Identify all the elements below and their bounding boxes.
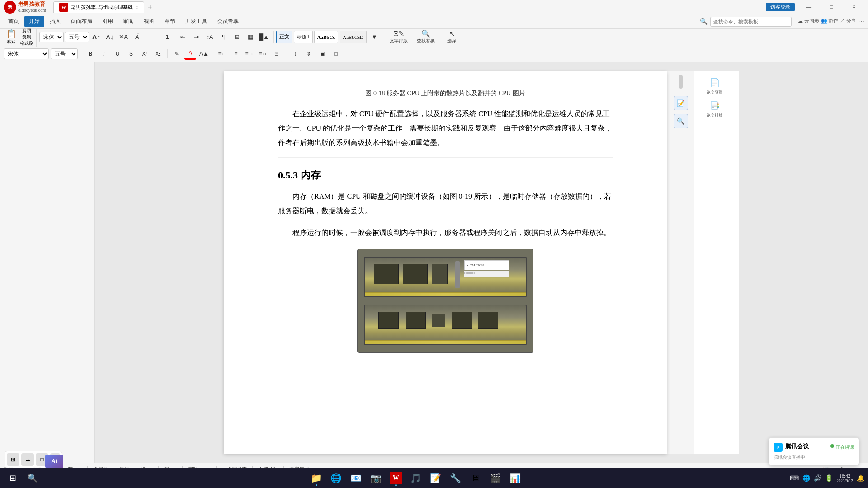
paragraph-spacing-button[interactable]: ⇕ bbox=[303, 48, 315, 60]
border-button[interactable]: ▦ bbox=[244, 31, 257, 43]
cut-button[interactable]: 剪切 bbox=[22, 28, 31, 34]
sync-icon[interactable]: ☁ 云同步 bbox=[798, 18, 819, 25]
menu-developer[interactable]: 开发工具 bbox=[181, 16, 212, 27]
tray-battery[interactable]: 🔋 bbox=[825, 474, 833, 482]
panel-icon-2[interactable]: 🔍 bbox=[674, 114, 688, 128]
menu-reference[interactable]: 引用 bbox=[98, 16, 118, 27]
taskbar-app-10[interactable]: 📊 bbox=[506, 469, 524, 487]
line-spacing-button[interactable]: ↕ bbox=[289, 48, 301, 60]
menu-page-layout[interactable]: 页面布局 bbox=[66, 16, 97, 27]
subscript-button[interactable]: X₂ bbox=[152, 48, 164, 60]
italic-button[interactable]: I bbox=[98, 48, 110, 60]
minimize-button[interactable]: — bbox=[798, 1, 819, 14]
share-icon[interactable]: ↗ 分享 bbox=[840, 18, 856, 25]
ai-badge[interactable]: Ai bbox=[45, 455, 63, 468]
show-hide-button[interactable]: ¶ bbox=[217, 31, 230, 43]
multicol-button[interactable]: ⊞ bbox=[231, 31, 243, 43]
close-button[interactable]: × bbox=[844, 1, 864, 14]
menu-insert[interactable]: 插入 bbox=[45, 16, 65, 27]
taskbar-app-8[interactable]: 🖥 bbox=[467, 469, 485, 487]
taskbar-app-9[interactable]: 🎬 bbox=[486, 469, 505, 487]
document-container[interactable]: 图 0-18 服务器 CPU 上附带的散热片以及翻井的 CPU 图片 在企业级运… bbox=[95, 62, 868, 463]
taskbar-app-wps[interactable]: W bbox=[387, 469, 405, 487]
visitor-login-button[interactable]: 访客登录 bbox=[766, 3, 795, 11]
indent-increase-button[interactable]: ⇥ bbox=[190, 31, 203, 43]
menu-section[interactable]: 章节 bbox=[160, 16, 180, 27]
format-painter-button[interactable]: 格式刷 bbox=[20, 40, 33, 47]
float-btn-1[interactable]: ⊞ bbox=[7, 453, 19, 466]
maximize-button[interactable]: □ bbox=[821, 1, 842, 14]
float-btn-2[interactable]: ☁ bbox=[21, 453, 34, 466]
font-decrease-button[interactable]: A↓ bbox=[104, 31, 116, 43]
start-button[interactable]: ⊞ bbox=[4, 469, 22, 487]
style-heading3[interactable]: AaBbCcD bbox=[340, 31, 367, 43]
highlight-button[interactable]: ✎ bbox=[171, 48, 183, 60]
justify-button[interactable]: ≡↔ bbox=[257, 48, 269, 60]
bullets-button[interactable]: ≡ bbox=[149, 31, 162, 43]
more-styles-button[interactable]: ▼ bbox=[368, 31, 381, 43]
shading-button[interactable]: █▲ bbox=[258, 31, 270, 43]
sort-button[interactable]: ↕A bbox=[203, 31, 216, 43]
font-family-select-2[interactable]: 宋体 bbox=[4, 48, 49, 59]
fill-button[interactable]: ▣ bbox=[316, 48, 328, 60]
align-left-button[interactable]: ≡← bbox=[217, 48, 228, 60]
menu-home[interactable]: 首页 bbox=[4, 16, 24, 27]
taskbar-app-1[interactable]: 📁 bbox=[307, 469, 326, 487]
style-normal[interactable]: 正文 bbox=[276, 31, 292, 43]
font-style-button[interactable]: A̋ bbox=[131, 31, 143, 43]
font-size-select-2[interactable]: 五号 bbox=[51, 48, 78, 59]
new-tab-button[interactable]: + bbox=[145, 3, 155, 11]
panel-icon-1[interactable]: 📝 bbox=[674, 96, 688, 110]
taskbar-app-4[interactable]: 📷 bbox=[367, 469, 385, 487]
menu-view[interactable]: 视图 bbox=[139, 16, 159, 27]
tray-volume[interactable]: 🔊 bbox=[814, 474, 821, 482]
menu-review[interactable]: 审阅 bbox=[118, 16, 138, 27]
collab-icon[interactable]: 👥 协作 bbox=[821, 18, 839, 25]
right-panel: 📝 🔍 bbox=[667, 71, 694, 454]
find-replace-button[interactable]: 🔍 查找替换 bbox=[413, 28, 439, 45]
taskbar-app-2[interactable]: 🌐 bbox=[327, 469, 345, 487]
more-icon[interactable]: ⋯ bbox=[858, 18, 864, 25]
taskbar-app-6[interactable]: 📝 bbox=[427, 469, 445, 487]
underline-button[interactable]: U bbox=[112, 48, 123, 60]
doc-tab-active[interactable]: W 老男孩孙李..与组成原理基础 × bbox=[53, 1, 144, 13]
paper-format-tool[interactable]: 📑 论文排版 bbox=[696, 98, 733, 121]
select-button[interactable]: ↖ 选择 bbox=[440, 28, 463, 45]
clear-format-button[interactable]: ✕A bbox=[117, 31, 130, 43]
bg-color-button[interactable]: A▲ bbox=[198, 48, 210, 60]
tab-close-icon[interactable]: × bbox=[136, 5, 138, 10]
copy-button[interactable]: 复制 bbox=[22, 34, 31, 40]
superscript-button[interactable]: X² bbox=[139, 48, 151, 60]
tray-keyboard[interactable]: ⌨ bbox=[790, 474, 799, 482]
taskbar-app-5[interactable]: 🎵 bbox=[407, 469, 425, 487]
border-btn[interactable]: □ bbox=[330, 48, 342, 60]
numbering-button[interactable]: 1≡ bbox=[163, 31, 175, 43]
search-button[interactable]: 🔍 bbox=[24, 469, 42, 487]
align-right-button[interactable]: ≡→ bbox=[244, 48, 255, 60]
taskbar-app-7[interactable]: 🔧 bbox=[447, 469, 465, 487]
font-increase-button[interactable]: A↑ bbox=[90, 31, 103, 43]
document-page: 图 0-18 服务器 CPU 上附带的散热片以及翻井的 CPU 图片 在企业级运… bbox=[224, 71, 667, 454]
taskbar: ⊞ 🔍 📁 🌐 📧 📷 W 🎵 📝 🔧 🖥 🎬 📊 ⌨ 🌐 🔊 🔋 16:42 … bbox=[0, 468, 868, 488]
bold-button[interactable]: B bbox=[85, 48, 96, 60]
ram-image: ▲ CAUTION ||||||||||||||||||| bbox=[357, 249, 533, 353]
font-family-select[interactable]: 宋体 bbox=[39, 32, 64, 42]
collapse-handle[interactable] bbox=[679, 75, 683, 89]
text-writer-button[interactable]: Ξ✎ 文字排版 bbox=[386, 28, 411, 45]
paper-check-tool[interactable]: 📄 论文查重 bbox=[696, 75, 733, 98]
columns-button[interactable]: ⊟ bbox=[271, 48, 283, 60]
indent-decrease-button[interactable]: ⇤ bbox=[176, 31, 189, 43]
align-center-button[interactable]: ≡ bbox=[230, 48, 242, 60]
font-size-select[interactable]: 五号 bbox=[65, 32, 89, 42]
paste-button[interactable]: 📋 粘贴 bbox=[4, 28, 19, 46]
taskbar-app-3[interactable]: 📧 bbox=[347, 469, 365, 487]
notification-icon[interactable]: 🔔 bbox=[857, 474, 864, 482]
tray-network[interactable]: 🌐 bbox=[802, 474, 810, 482]
style-heading1[interactable]: 标题 1 bbox=[294, 31, 313, 43]
search-input[interactable] bbox=[710, 17, 792, 27]
menu-vip[interactable]: 会员专享 bbox=[212, 16, 243, 27]
style-heading2[interactable]: AaBbCc bbox=[314, 31, 339, 43]
menu-start[interactable]: 开始 bbox=[24, 16, 44, 27]
font-color-button[interactable]: A bbox=[184, 48, 196, 60]
strikethrough-button[interactable]: S bbox=[125, 48, 137, 60]
